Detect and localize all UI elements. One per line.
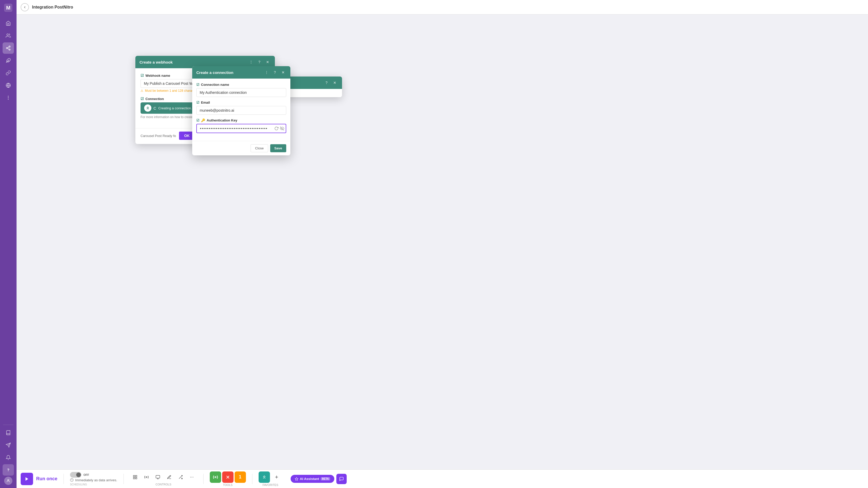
auth-key-check-icon: ☑ [196,118,199,122]
peek-modal-help-btn[interactable]: ? [323,80,330,86]
sidebar-item-apps[interactable] [3,55,14,66]
favorites-section: + FAVORITES [258,471,282,486]
ai-assistant-label: AI Assistant [300,477,319,481]
svg-text:M: M [6,5,10,10]
auth-key-icon: 🔑 [201,118,205,122]
toolbar-avatar-button[interactable] [336,474,347,484]
run-section: Run once [21,473,57,485]
email-input[interactable] [196,106,286,115]
favorites-icons: + [258,471,282,483]
connection-modal-close-btn[interactable]: ✕ [280,69,286,76]
sidebar-item-globe[interactable] [3,80,14,91]
svg-marker-32 [295,478,298,480]
sidebar-item-notifications[interactable] [3,452,14,463]
connection-logo [144,105,151,112]
svg-point-4 [6,48,8,49]
svg-rect-22 [133,478,134,479]
creating-connection-text: Creating a connection... [158,106,194,110]
user-avatar[interactable] [4,477,12,485]
controls-icons: ··· [130,472,197,482]
auth-key-input[interactable] [196,124,286,133]
sidebar-item-library[interactable] [3,427,14,438]
sidebar-item-connections[interactable] [3,67,14,79]
add-favorite-button[interactable]: + [271,471,282,483]
auth-key-field-row: ☑ 🔑 Authentication Key [196,118,286,133]
connection-modal-footer: Close Save [192,141,290,155]
scheduling-section: OFF Immediately as data arrives. SCHEDUL… [70,472,117,486]
connection-modal-help-btn[interactable]: ? [272,69,278,76]
connection-modal-body: ☑ Connection name ☑ Email ☑ 🔑 [192,79,290,141]
schedule-toggle: OFF [70,472,89,478]
auth-key-icons [274,126,284,131]
app-logo[interactable]: M [4,3,13,12]
controls-btn-2[interactable] [141,472,152,482]
email-label: ☑ Email [196,101,286,105]
creating-connection-indicator: C Creating a connection... [141,103,197,114]
sidebar-item-home[interactable] [3,18,14,29]
webhook-modal-close-btn[interactable]: ✕ [265,59,271,65]
toggle-visibility-button[interactable] [280,126,284,131]
svg-rect-20 [135,475,137,477]
sidebar-item-help[interactable]: ? [3,464,14,476]
connection-close-button[interactable]: Close [251,144,268,152]
connection-modal-menu-btn[interactable]: ⋮ [264,69,270,76]
page-title: Integration PostNitro [32,5,73,9]
tools-section: 1 TOOLS [210,471,246,486]
webhook-modal-menu-btn[interactable]: ⋮ [248,59,254,65]
controls-btn-4[interactable] [164,472,175,482]
svg-rect-21 [135,478,137,479]
schedule-toggle-track[interactable] [70,472,82,478]
webhook-name-check-icon: ☑ [141,74,144,78]
back-button[interactable] [21,3,29,11]
favorite-teal-button[interactable] [258,471,270,483]
peek-modal-controls: ? ✕ [323,80,338,86]
regenerate-key-button[interactable] [274,126,278,131]
tool-orange-button[interactable]: 1 [235,471,246,483]
divider-4 [252,474,252,484]
sidebar-item-launch[interactable] [3,439,14,451]
controls-btn-1[interactable] [130,472,140,482]
svg-point-15 [7,480,9,481]
tool-red-button[interactable] [222,471,234,483]
toolbar-right: AI Assistant BETA [291,474,347,484]
svg-point-29 [215,477,216,478]
peek-modal-close-btn[interactable]: ✕ [332,80,338,86]
svg-marker-17 [26,477,28,481]
run-once-label: Run once [36,476,57,482]
sidebar: M ? [0,0,17,488]
sidebar-item-team[interactable] [3,30,14,41]
tool-orange-icon: 1 [239,474,242,480]
svg-rect-19 [133,475,134,477]
divider-3 [203,474,204,484]
run-once-button[interactable] [21,473,33,485]
svg-line-6 [7,48,9,49]
toggle-thumb [76,472,81,477]
controls-btn-5[interactable] [176,472,186,482]
topbar: Integration PostNitro [17,0,868,15]
webhook-modal-title: Create a webhook [140,60,173,64]
canvas-area[interactable]: Create a webhook ⋮ ? ✕ ☑ Webhook name ⚠ [17,15,868,469]
sidebar-item-integrations[interactable] [3,42,14,54]
controls-btn-3[interactable] [153,472,163,482]
schedule-time-text: Immediately as data arrives. [75,478,117,482]
controls-label: CONTROLS [156,483,171,486]
divider-2 [123,474,124,484]
ai-assistant-button[interactable]: AI Assistant BETA [291,475,334,483]
controls-btn-more[interactable]: ··· [187,472,197,482]
webhook-modal-help-btn[interactable]: ? [256,59,262,65]
sidebar-item-more[interactable] [3,92,14,104]
connection-name-check-icon: ☑ [196,83,199,87]
svg-point-14 [8,99,8,99]
svg-point-23 [146,477,147,478]
svg-point-5 [9,49,10,50]
auth-key-wrapper [196,124,286,133]
auth-key-label: ☑ 🔑 Authentication Key [196,118,286,122]
tool-green-button[interactable] [210,471,221,483]
connection-save-button[interactable]: Save [270,144,286,152]
warning-icon: ⚠ [141,89,144,92]
svg-point-2 [7,34,8,36]
connection-name-field-row: ☑ Connection name [196,83,286,97]
connection-name-input[interactable] [196,88,286,97]
tools-icons: 1 [210,471,246,483]
svg-point-12 [8,97,8,98]
